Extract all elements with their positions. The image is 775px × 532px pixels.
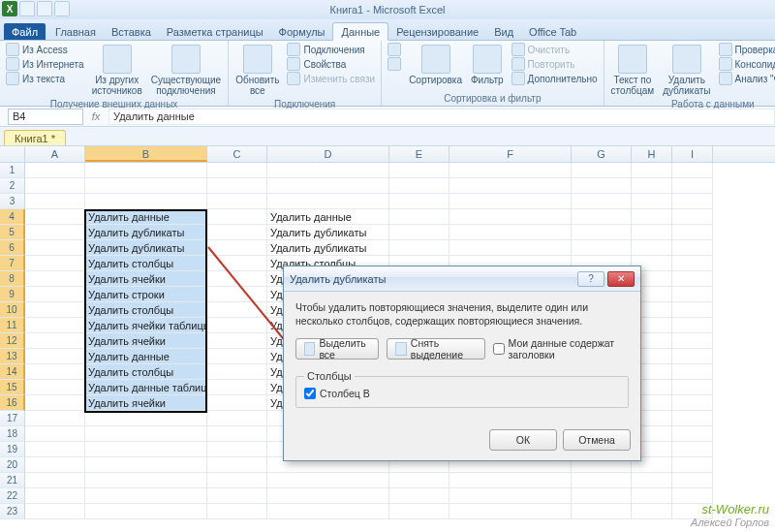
cell[interactable]: [25, 178, 85, 194]
cell[interactable]: [672, 380, 713, 395]
row-header[interactable]: 3: [0, 194, 25, 209]
cell[interactable]: [207, 240, 267, 256]
select-all-corner[interactable]: [0, 146, 25, 162]
cell[interactable]: [207, 395, 267, 411]
cell[interactable]: [572, 504, 632, 519]
cell[interactable]: [672, 318, 713, 333]
cell[interactable]: [572, 240, 632, 256]
row-header[interactable]: 7: [0, 256, 25, 271]
cell[interactable]: Удалить столбцы: [85, 256, 207, 271]
cell[interactable]: [450, 504, 572, 519]
cell[interactable]: [207, 194, 267, 209]
fx-icon[interactable]: fx: [87, 110, 105, 122]
tab-review[interactable]: Рецензирование: [388, 23, 486, 40]
cell[interactable]: Удалить данные таблицы: [85, 380, 207, 395]
properties-button[interactable]: Свойства: [285, 57, 377, 71]
cell[interactable]: [25, 163, 85, 178]
tab-layout[interactable]: Разметка страницы: [159, 23, 271, 40]
cell[interactable]: [207, 364, 267, 380]
cell[interactable]: [672, 349, 713, 364]
reapply-button[interactable]: Повторить: [510, 57, 600, 71]
cell[interactable]: [25, 380, 85, 395]
row-header[interactable]: 15: [0, 380, 25, 395]
cell[interactable]: [632, 225, 672, 240]
cell[interactable]: [25, 225, 85, 240]
row-header[interactable]: 10: [0, 302, 25, 318]
other-sources-button[interactable]: Из других источников: [89, 43, 145, 98]
row-header[interactable]: 8: [0, 271, 25, 287]
tab-data[interactable]: Данные: [332, 22, 388, 41]
cell[interactable]: [632, 209, 672, 225]
cell[interactable]: [25, 442, 85, 457]
cell[interactable]: [25, 395, 85, 411]
cell[interactable]: [207, 473, 267, 488]
cell[interactable]: Удалить строки: [85, 287, 207, 302]
cell[interactable]: [85, 426, 207, 442]
cell[interactable]: [389, 209, 450, 225]
cell[interactable]: [672, 302, 713, 318]
tab-insert[interactable]: Вставка: [104, 23, 159, 40]
cell[interactable]: [572, 194, 632, 209]
tab-file[interactable]: Файл: [4, 23, 46, 40]
cell[interactable]: [450, 240, 572, 256]
col-header-A[interactable]: A: [25, 146, 85, 162]
from-web-button[interactable]: Из Интернета: [4, 57, 86, 71]
cell[interactable]: [25, 333, 85, 349]
cell[interactable]: [207, 349, 267, 364]
cell[interactable]: [267, 488, 389, 504]
col-header-H[interactable]: H: [632, 146, 672, 162]
cell[interactable]: [389, 488, 450, 504]
consolidate-button[interactable]: Консолидация: [717, 57, 776, 71]
cell[interactable]: [632, 163, 672, 178]
cell[interactable]: Удалить данные: [85, 209, 207, 225]
cell[interactable]: [572, 209, 632, 225]
cell[interactable]: [25, 287, 85, 302]
col-header-G[interactable]: G: [572, 146, 632, 162]
cell[interactable]: [207, 318, 267, 333]
cell[interactable]: Удалить дубликаты: [267, 240, 389, 256]
cell[interactable]: [672, 178, 713, 194]
edit-links-button[interactable]: Изменить связи: [285, 72, 377, 85]
cell[interactable]: [389, 473, 450, 488]
ok-button[interactable]: ОК: [489, 429, 557, 451]
cell[interactable]: [389, 240, 450, 256]
cell[interactable]: [572, 225, 632, 240]
cell[interactable]: [389, 163, 450, 178]
cell[interactable]: [632, 473, 672, 488]
row-header[interactable]: 4: [0, 209, 25, 225]
cell[interactable]: [85, 442, 207, 457]
row-header[interactable]: 23: [0, 504, 25, 519]
cell[interactable]: [207, 504, 267, 519]
qat-redo-icon[interactable]: [54, 1, 70, 16]
row-header[interactable]: 9: [0, 287, 25, 302]
cell[interactable]: Удалить данные: [267, 209, 389, 225]
cell[interactable]: [672, 240, 713, 256]
col-header-C[interactable]: C: [207, 146, 267, 162]
cell[interactable]: [450, 209, 572, 225]
cell[interactable]: [25, 504, 85, 519]
cell[interactable]: [450, 194, 572, 209]
cell[interactable]: [672, 395, 713, 411]
row-header[interactable]: 16: [0, 395, 25, 411]
cell[interactable]: [450, 488, 572, 504]
cell[interactable]: [672, 287, 713, 302]
column-b-checkbox[interactable]: Столбец B: [304, 388, 620, 399]
cell[interactable]: [207, 411, 267, 426]
cell[interactable]: [267, 504, 389, 519]
cell[interactable]: [672, 256, 713, 271]
cell[interactable]: [207, 488, 267, 504]
cell[interactable]: Удалить столбцы: [85, 302, 207, 318]
cell[interactable]: [207, 302, 267, 318]
row-header[interactable]: 14: [0, 364, 25, 380]
cell[interactable]: [632, 178, 672, 194]
tab-home[interactable]: Главная: [47, 23, 104, 40]
col-header-D[interactable]: D: [267, 146, 389, 162]
name-box[interactable]: B4: [8, 109, 83, 125]
tab-view[interactable]: Вид: [486, 23, 521, 40]
cell[interactable]: [85, 411, 207, 426]
cell[interactable]: [672, 411, 713, 426]
formula-input[interactable]: Удалить данные: [108, 109, 775, 125]
cell[interactable]: [207, 163, 267, 178]
remove-duplicates-button[interactable]: Удалить дубликаты: [660, 43, 713, 98]
cell[interactable]: [632, 194, 672, 209]
